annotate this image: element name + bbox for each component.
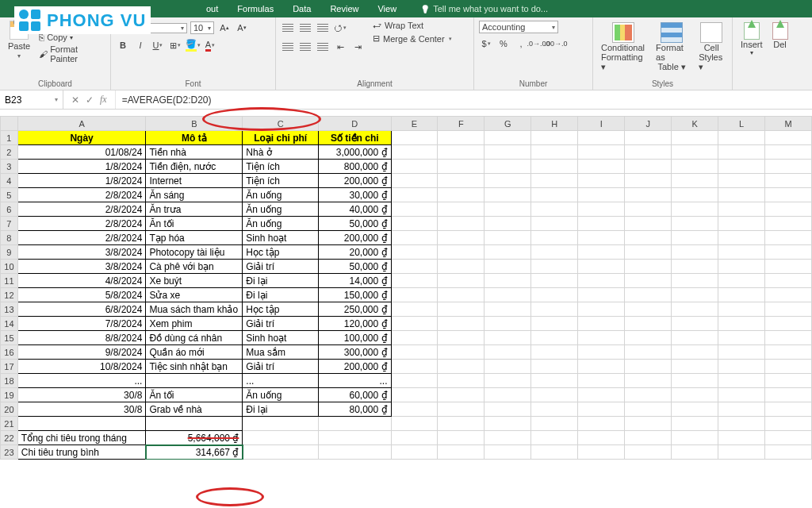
cell[interactable]: ...: [17, 374, 146, 388]
cell[interactable]: Grab về nhà: [146, 402, 243, 417]
row-header[interactable]: 20: [1, 402, 18, 417]
row-header[interactable]: 2: [1, 145, 18, 160]
row-header[interactable]: 1: [1, 131, 18, 145]
cell[interactable]: 200,000 ₫: [318, 174, 391, 188]
col-header[interactable]: H: [531, 117, 578, 131]
col-header[interactable]: G: [485, 117, 531, 131]
align-bottom-button[interactable]: [316, 21, 330, 35]
cell[interactable]: Đi lại: [243, 274, 319, 288]
align-left-button[interactable]: [281, 40, 295, 54]
row-header[interactable]: 4: [1, 174, 18, 188]
cell[interactable]: 300,000 ₫: [318, 345, 391, 360]
cell[interactable]: Mua sắm: [243, 345, 319, 360]
cell[interactable]: 120,000 ₫: [318, 317, 391, 331]
cell[interactable]: Tiền nhà: [146, 145, 243, 160]
cell[interactable]: Ăn uống: [243, 217, 319, 231]
row-header[interactable]: 6: [1, 202, 18, 217]
cell[interactable]: 2/8/2024: [17, 217, 146, 231]
increase-font-button[interactable]: A▴: [217, 21, 232, 35]
cell[interactable]: 5,664,000 ₫: [146, 431, 243, 445]
cell[interactable]: 7/8/2024: [17, 317, 146, 331]
cell[interactable]: ...: [243, 374, 319, 388]
cell[interactable]: 5/8/2024: [17, 288, 146, 302]
cell[interactable]: [146, 374, 243, 388]
cell[interactable]: Photocopy tài liệu: [146, 245, 243, 260]
cell[interactable]: 20,000 ₫: [318, 245, 391, 260]
cell[interactable]: 10/8/2024: [17, 360, 146, 374]
cell[interactable]: 250,000 ₫: [318, 302, 391, 317]
cell[interactable]: 30,000 ₫: [318, 188, 391, 202]
select-all-corner[interactable]: [1, 117, 18, 131]
col-header[interactable]: C: [243, 117, 319, 131]
row-header[interactable]: 13: [1, 302, 18, 317]
number-format-select[interactable]: Accounting▾: [479, 21, 558, 33]
cell[interactable]: Xe buýt: [146, 274, 243, 288]
col-header[interactable]: E: [391, 117, 438, 131]
cell[interactable]: Ăn tối: [146, 388, 243, 402]
cell[interactable]: Nhà ở: [243, 145, 319, 160]
row-header[interactable]: 15: [1, 331, 18, 345]
cell[interactable]: Tiện ích: [243, 160, 319, 174]
increase-decimal-button[interactable]: .0→.00: [531, 37, 546, 51]
cell[interactable]: Chi tiêu trung bình: [17, 445, 146, 460]
tab-data[interactable]: Data: [283, 1, 320, 17]
cell[interactable]: Ăn uống: [243, 188, 319, 202]
align-top-button[interactable]: [281, 21, 295, 35]
cell[interactable]: 2/8/2024: [17, 202, 146, 217]
name-box[interactable]: B23▾: [0, 90, 63, 109]
enter-formula-icon[interactable]: ✓: [86, 94, 94, 106]
cell[interactable]: Mô tả: [146, 131, 243, 145]
col-header[interactable]: B: [146, 117, 243, 131]
cell[interactable]: Quần áo mới: [146, 345, 243, 360]
cell[interactable]: 8/8/2024: [17, 331, 146, 345]
col-header[interactable]: M: [764, 117, 811, 131]
format-as-table-button[interactable]: Format as Table ▾: [653, 21, 691, 74]
row-header[interactable]: 16: [1, 345, 18, 360]
cell[interactable]: 150,000 ₫: [318, 288, 391, 302]
cell-styles-button[interactable]: Cell Styles ▾: [695, 21, 727, 74]
row-header[interactable]: 14: [1, 317, 18, 331]
cell[interactable]: Tiền điện, nước: [146, 160, 243, 174]
cell[interactable]: Sinh hoạt: [243, 331, 319, 345]
indent-inc-button[interactable]: ⇥: [350, 40, 365, 54]
col-header[interactable]: F: [438, 117, 485, 131]
row-header[interactable]: 12: [1, 288, 18, 302]
cell[interactable]: Học tập: [243, 245, 319, 260]
cell[interactable]: ...: [318, 374, 391, 388]
cell[interactable]: 50,000 ₫: [318, 217, 391, 231]
cell[interactable]: 01/08/24: [17, 145, 146, 160]
insert-cells-button[interactable]: Insert▾: [737, 21, 766, 58]
indent-dec-button[interactable]: ⇤: [333, 40, 347, 54]
align-right-button[interactable]: [316, 40, 330, 54]
cell[interactable]: Đi lại: [243, 402, 319, 417]
cell[interactable]: Số tiền chi: [318, 131, 391, 145]
row-header[interactable]: 23: [1, 445, 18, 460]
col-header[interactable]: I: [578, 117, 625, 131]
cell[interactable]: Ăn sáng: [146, 188, 243, 202]
fx-icon[interactable]: fx: [100, 94, 107, 106]
border-button[interactable]: ⊞: [168, 38, 182, 52]
row-header[interactable]: 11: [1, 274, 18, 288]
format-painter-button[interactable]: 🖌Format Painter: [36, 44, 105, 64]
cell[interactable]: 30/8: [17, 402, 146, 417]
worksheet-grid[interactable]: A B C D E F G H I J K L M 1 Ngày Mô tả L…: [0, 116, 812, 460]
row-header[interactable]: 17: [1, 360, 18, 374]
cell[interactable]: 1/8/2024: [17, 160, 146, 174]
cell[interactable]: Đồ dùng cá nhân: [146, 331, 243, 345]
row-header[interactable]: 22: [1, 431, 18, 445]
currency-button[interactable]: $: [479, 37, 493, 51]
row-header[interactable]: 9: [1, 245, 18, 260]
cell[interactable]: Học tập: [243, 302, 319, 317]
cell[interactable]: Ăn tối: [146, 217, 243, 231]
percent-button[interactable]: %: [496, 37, 511, 51]
tell-me-search[interactable]: Tell me what you want to do...: [406, 4, 548, 13]
row-header[interactable]: 5: [1, 188, 18, 202]
formula-input[interactable]: =AVERAGE(D2:D20): [116, 94, 812, 106]
orientation-button[interactable]: ⭯: [333, 21, 347, 35]
cancel-formula-icon[interactable]: ✕: [71, 94, 79, 106]
cell[interactable]: Mua sách tham khảo: [146, 302, 243, 317]
cell[interactable]: 3,000,000 ₫: [318, 145, 391, 160]
cell[interactable]: Ngày: [17, 131, 146, 145]
tab-layout[interactable]: out: [197, 1, 228, 17]
cell[interactable]: 60,000 ₫: [318, 388, 391, 402]
